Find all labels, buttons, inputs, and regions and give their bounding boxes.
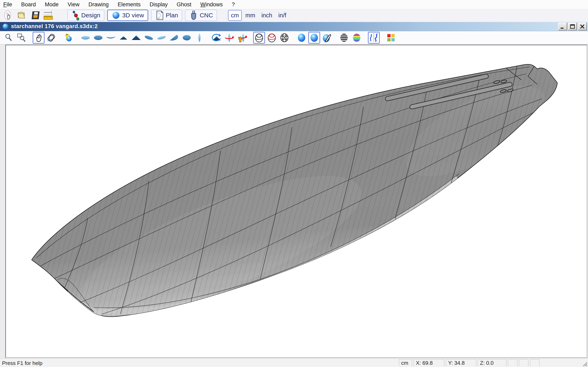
- menu-display[interactable]: Display: [150, 1, 168, 8]
- render-zebra-stripes-icon: [339, 33, 349, 43]
- status-bar: Press F1 for help cm X: 69.8 Y: 34.8 Z: …: [0, 358, 588, 367]
- rotate-orbit-button[interactable]: [211, 32, 223, 44]
- menu-board[interactable]: Board: [21, 1, 36, 8]
- pan-button[interactable]: [33, 32, 44, 44]
- 3d-sphere-icon: [112, 11, 121, 20]
- view-tail-section-icon: [119, 33, 129, 42]
- unit-inf[interactable]: in/f: [276, 10, 289, 20]
- main-toolbar: Design 3D view Plan: [0, 9, 588, 22]
- plan-sheet-icon: [155, 10, 164, 20]
- minimize-button[interactable]: [558, 23, 567, 30]
- save-floppy-icon: [30, 10, 40, 21]
- unit-inch[interactable]: inch: [259, 10, 275, 20]
- view-outline-top-icon: [196, 33, 203, 43]
- view-nose-section-icon: [131, 33, 141, 42]
- rotate-orbit-icon: [211, 33, 222, 43]
- design-mode-button[interactable]: Design: [67, 9, 104, 21]
- view-perspective-4-button[interactable]: [181, 32, 193, 44]
- status-coordinates: cm X: 69.8 Y: 34.8 Z: 0.0: [399, 359, 588, 367]
- flex-symmetry-icon: [369, 33, 379, 43]
- rotate-flip-button[interactable]: [236, 32, 248, 44]
- view-tail-button[interactable]: [118, 32, 130, 44]
- open-folder-icon: [16, 10, 27, 21]
- cnc-router-bit-icon: [189, 10, 198, 20]
- maximize-icon: [570, 24, 576, 29]
- view-perspective-1-icon: [144, 33, 154, 42]
- view-deck-icon: [80, 33, 91, 42]
- render-solid-button[interactable]: [296, 32, 307, 44]
- render-shaded-icon: [310, 33, 319, 43]
- measurements-button[interactable]: [43, 9, 54, 21]
- render-paint-button[interactable]: [321, 32, 333, 44]
- cnc-mode-button[interactable]: CNC: [185, 9, 217, 21]
- view-perspective-3-icon: [169, 33, 179, 42]
- pan-hand-icon: [34, 33, 43, 42]
- status-unit: cm: [399, 359, 412, 366]
- viewport-frame: [0, 44, 588, 358]
- plan-mode-button[interactable]: Plan: [151, 9, 182, 21]
- status-empty-3: [530, 359, 539, 366]
- view-deck-button[interactable]: [80, 32, 91, 44]
- menu-windows[interactable]: Windows: [200, 1, 223, 8]
- new-board-wizard-button[interactable]: [2, 9, 14, 21]
- render-solid-icon: [297, 33, 306, 43]
- menu-drawing[interactable]: Drawing: [88, 1, 109, 8]
- view-side-rocker-icon: [106, 33, 116, 42]
- rotate-yaw-button[interactable]: [223, 32, 235, 44]
- design-mode-label: Design: [81, 12, 100, 19]
- view-outline-top-button[interactable]: [194, 32, 205, 44]
- layout-colors-button[interactable]: [385, 32, 397, 44]
- flex-symmetry-button[interactable]: [368, 32, 380, 44]
- rotate-3d-button[interactable]: [45, 32, 57, 44]
- view-perspective-4-icon: [182, 33, 192, 42]
- maximize-button[interactable]: [568, 23, 577, 30]
- menu-file[interactable]: File: [3, 1, 12, 8]
- menu-mode[interactable]: Mode: [45, 1, 59, 8]
- status-y-coordinate: Y: 34.8: [446, 359, 476, 366]
- render-curvature-button[interactable]: [351, 32, 363, 44]
- view-side-button[interactable]: [105, 32, 117, 44]
- view-bottom-icon: [93, 33, 103, 42]
- ruler-icon: [43, 9, 54, 21]
- render-mesh-icon: [280, 33, 289, 43]
- zoom-window-icon: [17, 33, 26, 42]
- render-wireframe-slices-icon: [267, 33, 277, 43]
- unit-mm[interactable]: mm: [243, 10, 258, 20]
- render-wireframe-button[interactable]: [253, 32, 265, 44]
- lighting-icon: [63, 33, 73, 43]
- 3d-view-mode-button[interactable]: 3D view: [107, 9, 148, 21]
- status-z-coordinate: Z: 0.0: [478, 359, 506, 366]
- status-empty-2: [519, 359, 528, 366]
- zoom-icon: [4, 33, 13, 42]
- resize-grip[interactable]: [541, 359, 588, 367]
- menu-ghost[interactable]: Ghost: [177, 1, 191, 8]
- view-bottom-button[interactable]: [92, 32, 104, 44]
- lighting-button[interactable]: [62, 32, 74, 44]
- document-title-bar[interactable]: starchannel 176 vangard.s3dx:2: [0, 22, 588, 31]
- zoom-window-button[interactable]: [16, 32, 27, 44]
- view-perspective-3-button[interactable]: [168, 32, 180, 44]
- render-shaded-button[interactable]: [308, 32, 320, 44]
- 3d-view-mode-label: 3D view: [122, 12, 144, 19]
- view-perspective-2-icon: [156, 33, 167, 42]
- render-zebra-button[interactable]: [338, 32, 350, 44]
- view-nose-button[interactable]: [130, 32, 142, 44]
- render-wireframe-slices-button[interactable]: [266, 32, 278, 44]
- menu-help[interactable]: ?: [232, 1, 235, 8]
- close-icon: [579, 24, 585, 29]
- save-file-button[interactable]: [29, 9, 41, 21]
- zoom-button[interactable]: [3, 32, 15, 44]
- menu-view[interactable]: View: [68, 1, 79, 8]
- unit-cm[interactable]: cm: [228, 10, 242, 21]
- viewport-3d[interactable]: [5, 45, 587, 358]
- menu-elements[interactable]: Elements: [118, 1, 141, 8]
- status-x-coordinate: X: 69.8: [414, 359, 444, 366]
- open-file-button[interactable]: [16, 9, 27, 21]
- view-perspective-1-button[interactable]: [143, 32, 155, 44]
- view-perspective-2-button[interactable]: [156, 32, 167, 44]
- resize-grip-icon: [582, 361, 588, 367]
- close-button[interactable]: [578, 23, 587, 30]
- render-curvature-map-icon: [352, 33, 361, 43]
- render-mesh-button[interactable]: [278, 32, 290, 44]
- render-wireframe-icon: [254, 33, 264, 43]
